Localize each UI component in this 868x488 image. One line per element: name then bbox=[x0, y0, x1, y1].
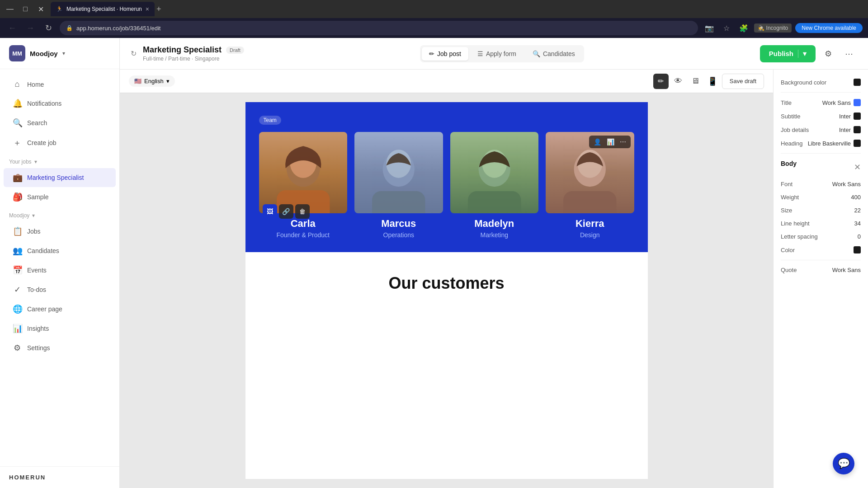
body-close-btn[interactable]: ✕ bbox=[854, 162, 861, 172]
title-row: Title Work Sans bbox=[781, 99, 861, 106]
size-value[interactable]: 22 bbox=[854, 207, 861, 214]
line-height-value[interactable]: 34 bbox=[854, 220, 861, 227]
sidebar-item-home[interactable]: ⌂ Home bbox=[4, 75, 116, 94]
sidebar-item-sample[interactable]: 🎒 Sample bbox=[4, 188, 116, 206]
title-label: Title bbox=[781, 99, 792, 106]
camera-icon-btn[interactable]: 📷 bbox=[703, 21, 716, 35]
canvas-content[interactable]: Team bbox=[120, 93, 773, 488]
sidebar-item-candidates[interactable]: 👥 Candidates bbox=[4, 241, 116, 260]
team-card-marcus: Marcus Operations bbox=[354, 132, 443, 239]
refresh-btn[interactable]: ↻ bbox=[42, 21, 55, 35]
heading-value[interactable]: Libre Baskerville bbox=[808, 140, 861, 147]
sidebar-item-label: Events bbox=[27, 267, 47, 274]
madelyn-role: Marketing bbox=[450, 231, 539, 239]
customer-section: Our customers bbox=[245, 252, 648, 306]
tab-favicon: 🏃 bbox=[56, 6, 63, 12]
new-chrome-btn[interactable]: New Chrome available bbox=[795, 23, 863, 33]
lock-icon: 🔒 bbox=[66, 25, 73, 31]
new-tab-btn[interactable]: + bbox=[156, 5, 161, 14]
job-title-row: Marketing Specialist Draft bbox=[143, 45, 244, 55]
font-row: Font Work Sans bbox=[781, 181, 861, 188]
job-details-color-swatch[interactable] bbox=[854, 126, 861, 133]
letter-spacing-value[interactable]: 0 bbox=[858, 233, 861, 240]
heading-color-swatch[interactable] bbox=[854, 140, 861, 147]
sidebar-item-todos[interactable]: ✓ To-dos bbox=[4, 280, 116, 299]
sidebar-nav: ⌂ Home 🔔 Notifications 🔍 Search ＋ Create… bbox=[0, 69, 119, 363]
url-bar[interactable]: 🔒 app.homerun.co/job/336451/edit bbox=[60, 21, 698, 35]
panel-divider-2 bbox=[781, 153, 861, 154]
sidebar-item-label: Candidates bbox=[27, 247, 59, 254]
sidebar-item-search[interactable]: 🔍 Search bbox=[4, 113, 116, 132]
title-color-swatch[interactable] bbox=[854, 99, 861, 106]
sidebar-item-jobs[interactable]: 📋 Jobs bbox=[4, 222, 116, 241]
svg-rect-4 bbox=[372, 191, 425, 213]
window-minimize-btn[interactable]: — bbox=[4, 3, 16, 15]
body-color-swatch[interactable] bbox=[854, 246, 861, 253]
back-btn[interactable]: ← bbox=[5, 21, 19, 35]
tab-candidates[interactable]: 🔍 Candidates bbox=[525, 47, 582, 61]
your-jobs-arrow[interactable]: ▾ bbox=[34, 159, 37, 165]
company-dropdown-arrow[interactable]: ▾ bbox=[62, 50, 65, 56]
mobile-view-btn[interactable]: 📱 bbox=[705, 74, 720, 89]
sidebar-item-label: Career page bbox=[27, 305, 62, 313]
subtitle-color-swatch[interactable] bbox=[854, 113, 861, 120]
sidebar-item-marketing-specialist[interactable]: 💼 Marketing Specialist bbox=[4, 168, 116, 187]
sidebar-item-insights[interactable]: 📊 Insights bbox=[4, 319, 116, 338]
quote-value[interactable]: Work Sans bbox=[832, 267, 861, 273]
notifications-icon: 🔔 bbox=[13, 99, 22, 108]
window-close-btn[interactable]: ✕ bbox=[34, 3, 47, 15]
forward-btn[interactable]: → bbox=[24, 21, 37, 35]
canvas-wrapper: 🇺🇸 English ▾ ✏ 👁 🖥 📱 Save draft bbox=[120, 70, 773, 488]
window-maximize-btn[interactable]: □ bbox=[19, 3, 32, 15]
sidebar-item-notifications[interactable]: 🔔 Notifications bbox=[4, 94, 116, 113]
weight-value[interactable]: 400 bbox=[851, 194, 861, 201]
publish-button[interactable]: Publish ▾ bbox=[760, 45, 816, 62]
extensions-icon-btn[interactable]: 🧩 bbox=[737, 21, 750, 35]
chart-overlay-btn[interactable]: 📊 bbox=[605, 137, 616, 146]
subtitle-value[interactable]: Inter bbox=[839, 113, 861, 120]
active-tab[interactable]: 🏃 Marketing Specialist · Homerun × bbox=[51, 2, 155, 16]
career-page-icon: 🌐 bbox=[13, 304, 22, 314]
bookmark-icon-btn[interactable]: ☆ bbox=[720, 21, 733, 35]
sidebar-item-label: Jobs bbox=[27, 228, 41, 235]
chat-widget[interactable]: 💬 bbox=[833, 453, 854, 474]
sidebar-item-career-page[interactable]: 🌐 Career page bbox=[4, 300, 116, 319]
bg-color-row: Background color bbox=[781, 79, 861, 86]
tab-job-post[interactable]: ✏ Job post bbox=[422, 47, 468, 61]
sidebar-item-create-job[interactable]: ＋ Create job bbox=[4, 133, 116, 153]
delete-card-btn[interactable]: 🗑 bbox=[295, 204, 310, 219]
edit-mode-btn[interactable]: ✏ bbox=[653, 74, 669, 89]
sample-icon: 🎒 bbox=[13, 192, 22, 202]
job-details-value[interactable]: Inter bbox=[839, 126, 861, 133]
person-overlay-btn[interactable]: 👤 bbox=[592, 137, 603, 146]
publish-label: Publish bbox=[769, 50, 793, 57]
insights-icon: 📊 bbox=[13, 324, 22, 333]
heading-row: Heading Libre Baskerville bbox=[781, 140, 861, 147]
settings-gear-button[interactable]: ⚙ bbox=[820, 46, 836, 62]
kierra-overlay-actions: 👤 📊 ⋯ bbox=[589, 136, 631, 148]
company-section-arrow[interactable]: ▾ bbox=[32, 212, 35, 219]
sidebar-item-settings[interactable]: ⚙ Settings bbox=[4, 338, 116, 357]
tab-apply-form[interactable]: ☰ Apply form bbox=[470, 47, 524, 61]
publish-dropdown-arrow[interactable]: ▾ bbox=[798, 50, 807, 58]
language-selector[interactable]: 🇺🇸 English ▾ bbox=[129, 75, 175, 87]
more-overlay-btn[interactable]: ⋯ bbox=[618, 137, 628, 146]
header-tabs: ✏ Job post ☰ Apply form 🔍 Candidates bbox=[420, 45, 584, 62]
desktop-view-btn[interactable]: 🖥 bbox=[688, 74, 703, 89]
more-options-button[interactable]: ⋯ bbox=[841, 46, 857, 62]
incognito-icon: 🕵 bbox=[758, 25, 764, 31]
editor-area: 🇺🇸 English ▾ ✏ 👁 🖥 📱 Save draft bbox=[120, 70, 868, 488]
job-post-icon: ✏ bbox=[429, 50, 434, 57]
save-draft-button[interactable]: Save draft bbox=[722, 74, 764, 89]
link-edit-btn[interactable]: 🔗 bbox=[279, 204, 293, 219]
preview-mode-btn[interactable]: 👁 bbox=[670, 74, 686, 89]
sync-icon[interactable]: ↻ bbox=[131, 49, 137, 58]
font-value[interactable]: Work Sans bbox=[832, 181, 861, 188]
sidebar-item-events[interactable]: 📅 Events bbox=[4, 261, 116, 280]
tab-close-btn[interactable]: × bbox=[146, 5, 149, 13]
image-edit-btn[interactable]: 🖼 bbox=[263, 204, 277, 219]
bg-color-swatch[interactable] bbox=[854, 79, 861, 86]
title-value[interactable]: Work Sans bbox=[822, 99, 861, 106]
todos-icon: ✓ bbox=[13, 285, 22, 295]
color-label: Color bbox=[781, 247, 795, 253]
